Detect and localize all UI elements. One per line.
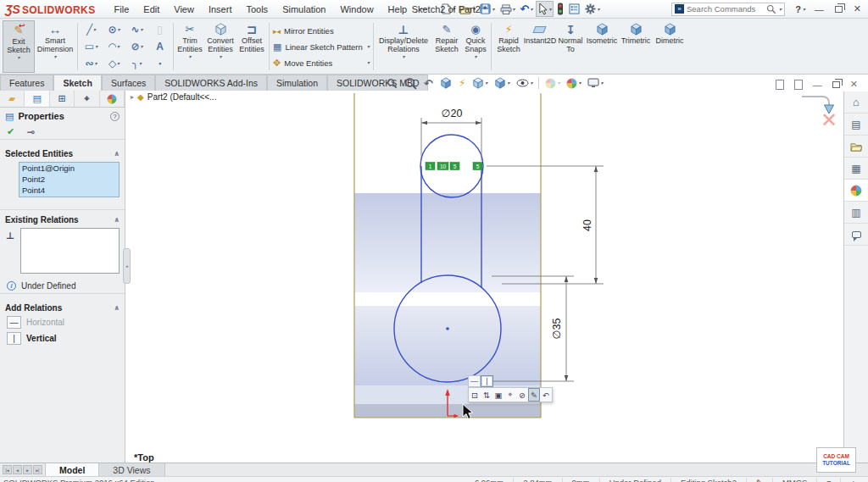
undo-relation-icon[interactable]: ↶ [540, 388, 552, 402]
units-selector[interactable]: MMGS [772, 478, 817, 482]
tab-simulation[interactable]: Simulation [267, 75, 327, 91]
circle-tool[interactable]: ⊙▾ [103, 25, 125, 35]
file-explorer-icon[interactable] [844, 136, 868, 158]
view-palette-icon[interactable]: ▦ [844, 158, 868, 180]
units-caret-icon[interactable]: ▾ [816, 478, 840, 482]
interference-detection-icon[interactable] [555, 3, 565, 15]
display-delete-relations-button[interactable]: ⊥ Display/Delete Relations▾ [376, 20, 431, 73]
part-tree-label[interactable]: Part2 (Default<<... [147, 92, 217, 102]
sketch-center-point[interactable] [446, 327, 449, 330]
first-tab-icon[interactable]: |◂ [3, 465, 12, 474]
hide-show-items-icon[interactable]: ▾ [514, 75, 535, 91]
settings-gear-icon[interactable]: ▾ [583, 3, 601, 14]
annotation-view-icon[interactable]: ⚡ [456, 75, 468, 91]
apply-scene-icon[interactable]: ▾ [564, 75, 583, 91]
restore-icon[interactable] [835, 6, 843, 13]
spline-tool[interactable]: ∿▾ [125, 25, 148, 35]
edit-appearance-icon[interactable]: ▾ [542, 75, 562, 91]
selected-entities-header[interactable]: Selected Entities ∧ [0, 147, 125, 160]
convert-entities-button[interactable]: Convert Entities▾ [204, 20, 236, 73]
list-item[interactable]: Point2 [19, 174, 119, 185]
display-style-icon[interactable]: ▾ [492, 75, 512, 91]
list-item[interactable]: Point1@Origin [19, 163, 119, 174]
menu-view[interactable]: View [174, 4, 194, 14]
zoom-to-selection-icon[interactable]: ⌖ [504, 388, 516, 402]
dimxpert-manager-tab[interactable]: ⌖ [75, 91, 99, 107]
minimize-icon[interactable]: — [815, 4, 824, 14]
dimension-label-40[interactable]: 40 [581, 219, 593, 231]
menu-file[interactable]: File [114, 4, 130, 14]
move-entities-button[interactable]: ✥Move Entities▾ [271, 55, 371, 71]
forum-icon[interactable] [844, 224, 868, 246]
graphics-area[interactable]: ∅20 40 ∅35 [127, 75, 868, 463]
display-manager-tab[interactable] [100, 91, 125, 107]
point-tool[interactable]: ▪ [148, 60, 171, 68]
vertical-relation-button[interactable]: | Vertical [0, 330, 125, 346]
hide-icon[interactable]: ⊘ [516, 388, 528, 402]
collapse-chevron-icon[interactable]: ∧ [114, 304, 120, 312]
tab-3d-views[interactable]: 3D Views [99, 463, 164, 476]
swap-points-icon[interactable]: ⇅ [481, 388, 492, 402]
keep-visible-pin-icon[interactable]: ⊸ [26, 127, 35, 137]
relation-badges[interactable]: 1 10 5 5 [426, 163, 482, 170]
selected-entities-list[interactable]: Point1@Origin Point2 Point4 [19, 162, 120, 197]
linear-sketch-pattern-button[interactable]: ▦Linear Sketch Pattern▾ [271, 39, 371, 55]
configuration-manager-tab[interactable]: ⊞ [50, 91, 75, 107]
dimension-20[interactable] [421, 118, 481, 161]
dimension-label-20[interactable]: ∅20 [442, 108, 463, 119]
freeform-spline-tool[interactable]: ∾▾ [80, 58, 103, 69]
menu-edit[interactable]: Edit [143, 4, 159, 14]
search-input[interactable] [687, 4, 764, 14]
trim-entities-button[interactable]: ✂ Trim Entities▾ [175, 20, 204, 73]
doc-restore-icon[interactable] [832, 81, 840, 88]
section-view-icon[interactable] [437, 75, 454, 91]
ellipse-tool[interactable]: ⊘▾ [125, 42, 148, 52]
context-horizontal-button[interactable]: — [468, 375, 481, 387]
design-library-icon[interactable]: ▤ [844, 114, 868, 136]
appearances-scenes-icon[interactable] [844, 180, 868, 202]
search-caret-icon[interactable]: ▾ [779, 7, 782, 12]
menu-insert[interactable]: Insert [209, 4, 232, 14]
detail-view-icon[interactable]: ▣ [492, 388, 504, 402]
arc-tool[interactable]: ◠▾ [103, 42, 125, 52]
isometric-button[interactable]: Isometric [585, 20, 619, 73]
smart-dimension-button[interactable]: ↔ Smart Dimension ▾ [35, 20, 75, 73]
text-tool[interactable]: A [148, 42, 171, 52]
make-fixed-icon[interactable]: ⊡ [469, 388, 481, 402]
list-item[interactable]: Point4 [19, 185, 119, 196]
add-relations-header[interactable]: Add Relations ∧ [0, 301, 125, 314]
line-tool[interactable]: ╱▾ [80, 25, 103, 35]
normal-to-button[interactable]: ↧ Normal To [556, 20, 585, 73]
horizontal-relation-button[interactable]: — Horizontal [0, 314, 125, 330]
search-scope-icon[interactable]: » [675, 4, 684, 14]
ok-check-icon[interactable]: ✔ [7, 127, 14, 136]
split-window-icon[interactable] [794, 80, 803, 90]
context-vertical-button[interactable]: | [481, 375, 493, 387]
search-commands-box[interactable]: » ▾ [671, 3, 785, 16]
trimetric-button[interactable]: Trimetric [619, 20, 653, 73]
polygon-tool[interactable]: ◇▾ [103, 58, 125, 69]
panel-help-icon[interactable]: ? [110, 112, 120, 121]
options-list-icon[interactable] [567, 3, 581, 14]
help-button[interactable]: ?▾ [795, 4, 805, 14]
doc-close-icon[interactable]: ✕ [850, 79, 858, 90]
new-window-icon[interactable] [776, 80, 784, 90]
property-manager-tab[interactable]: ▤ [25, 91, 49, 107]
menu-tools[interactable]: Tools [246, 4, 268, 14]
mirror-entities-button[interactable]: ▸◂Mirror Entities [271, 23, 371, 39]
next-tab-icon[interactable]: ▸ [23, 465, 32, 474]
menu-simulation[interactable]: Simulation [282, 4, 326, 14]
last-tab-icon[interactable]: ▸| [33, 465, 42, 474]
tab-solidworks-add-ins[interactable]: SOLIDWORKS Add-Ins [155, 75, 267, 91]
tab-model[interactable]: Model [45, 463, 99, 476]
view-settings-icon[interactable]: ▾ [585, 75, 605, 91]
dimension-label-35[interactable]: ∅35 [551, 319, 563, 340]
tab-features[interactable]: Features [0, 75, 53, 91]
panel-splitter-handle[interactable]: ◂ [123, 248, 131, 284]
custom-properties-icon[interactable]: ▥ [844, 202, 868, 224]
feature-manager-tab[interactable]: ▰ [0, 91, 25, 107]
quick-snaps-button[interactable]: ◉ Quick Snaps▾ [462, 20, 489, 73]
zoom-fit-icon[interactable] [384, 75, 400, 91]
exit-sketch-button[interactable]: ✎↩ Exit Sketch ▾ [3, 20, 35, 73]
solidworks-resources-icon[interactable]: ⌂ [844, 91, 868, 114]
